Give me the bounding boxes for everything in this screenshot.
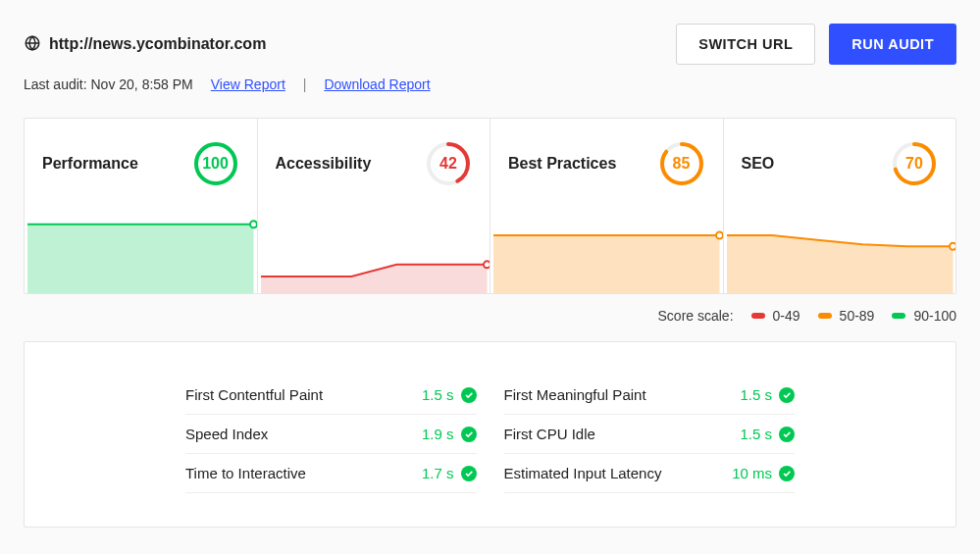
sub-header: Last audit: Nov 20, 8:58 PM View Report …: [24, 76, 956, 92]
metric-value-text: 1.5 s: [740, 386, 772, 403]
metric-value: 1.5 s: [740, 386, 795, 403]
card-head: Performance 100: [42, 140, 239, 187]
metric-value-text: 1.9 s: [422, 426, 454, 442]
score-card[interactable]: Best Practices 85: [490, 119, 723, 293]
card-title: SEO: [742, 155, 775, 173]
score-scale-label: Score scale:: [658, 308, 734, 324]
svg-point-3: [250, 221, 256, 227]
run-audit-button[interactable]: RUN AUDIT: [829, 24, 956, 65]
card-title: Accessibility: [276, 155, 372, 173]
scale-mid: 50-89: [818, 308, 875, 324]
card-head: SEO 70: [742, 140, 939, 187]
sparkline: [258, 205, 490, 293]
sparkline: [25, 205, 257, 293]
metrics-col-right: First Meaningful Paint 1.5 s First CPU I…: [504, 376, 796, 493]
header-actions: SWITCH URL RUN AUDIT: [676, 24, 956, 65]
score-ring: 85: [658, 140, 705, 187]
metrics-grid: First Contentful Paint 1.5 s Speed Index…: [185, 376, 795, 493]
card-head: Accessibility 42: [276, 140, 473, 187]
metric-value: 1.7 s: [422, 465, 477, 481]
score-card[interactable]: Accessibility 42: [258, 119, 490, 293]
audit-url: http://news.ycombinator.com: [49, 35, 266, 53]
score-card[interactable]: SEO 70: [724, 119, 956, 293]
metric-value: 1.9 s: [422, 426, 477, 442]
score-ring: 42: [425, 140, 472, 187]
score-cards: Performance 100 Accessibility: [24, 118, 956, 294]
svg-point-12: [950, 243, 955, 250]
scale-mid-label: 50-89: [840, 308, 875, 324]
sparkline: [490, 205, 723, 293]
metric-row: Time to Interactive 1.7 s: [185, 454, 477, 493]
metric-value: 10 ms: [732, 465, 795, 481]
card-title: Best Practices: [508, 155, 616, 173]
check-circle-icon: [779, 427, 795, 442]
card-title: Performance: [42, 155, 138, 173]
check-circle-icon: [461, 466, 477, 481]
metric-name: Estimated Input Latency: [504, 465, 662, 481]
metric-name: First CPU Idle: [504, 426, 595, 442]
metric-row: First CPU Idle 1.5 s: [504, 415, 796, 454]
score-ring: 70: [891, 140, 938, 187]
metrics-panel: First Contentful Paint 1.5 s Speed Index…: [24, 341, 956, 528]
metric-value: 1.5 s: [740, 426, 795, 442]
score-card[interactable]: Performance 100: [25, 119, 257, 293]
last-audit-label: Last audit: Nov 20, 8:58 PM: [24, 76, 193, 92]
metric-value-text: 1.5 s: [740, 426, 772, 442]
metric-name: Time to Interactive: [185, 465, 306, 481]
score-value: 70: [891, 140, 938, 187]
scale-high: 90-100: [892, 308, 956, 324]
metric-row: First Contentful Paint 1.5 s: [185, 376, 477, 415]
metric-value-text: 1.7 s: [422, 465, 454, 481]
check-circle-icon: [779, 466, 795, 481]
dot-orange-icon: [818, 313, 832, 319]
metric-value-text: 10 ms: [732, 465, 772, 481]
score-scale: Score scale: 0-49 50-89 90-100: [24, 308, 956, 324]
metric-name: First Meaningful Paint: [504, 386, 646, 403]
download-report-link[interactable]: Download Report: [324, 76, 430, 92]
check-circle-icon: [779, 387, 795, 403]
svg-point-9: [716, 232, 722, 239]
metric-value-text: 1.5 s: [422, 386, 454, 403]
metric-row: Estimated Input Latency 10 ms: [504, 454, 796, 493]
metric-name: First Contentful Paint: [185, 386, 323, 403]
score-ring: 100: [192, 140, 239, 187]
metric-name: Speed Index: [185, 426, 268, 442]
globe-icon: [24, 34, 41, 55]
metrics-col-left: First Contentful Paint 1.5 s Speed Index…: [185, 376, 477, 493]
scale-low: 0-49: [751, 308, 800, 324]
check-circle-icon: [461, 427, 477, 442]
metric-value: 1.5 s: [422, 386, 477, 403]
dot-red-icon: [751, 313, 765, 319]
metric-row: First Meaningful Paint 1.5 s: [504, 376, 796, 415]
view-report-link[interactable]: View Report: [211, 76, 285, 92]
metric-row: Speed Index 1.9 s: [185, 415, 477, 454]
score-value: 100: [192, 140, 239, 187]
scale-low-label: 0-49: [773, 308, 800, 324]
check-circle-icon: [461, 387, 477, 403]
svg-point-6: [484, 261, 490, 268]
sparkline: [724, 205, 956, 293]
score-value: 42: [425, 140, 472, 187]
separator: |: [303, 76, 307, 92]
dot-green-icon: [892, 313, 905, 319]
card-head: Best Practices 85: [508, 140, 705, 187]
switch-url-button[interactable]: SWITCH URL: [676, 24, 815, 65]
score-value: 85: [658, 140, 705, 187]
header: http://news.ycombinator.com SWITCH URL R…: [24, 24, 956, 65]
scale-high-label: 90-100: [913, 308, 956, 324]
url-group: http://news.ycombinator.com: [24, 34, 266, 55]
